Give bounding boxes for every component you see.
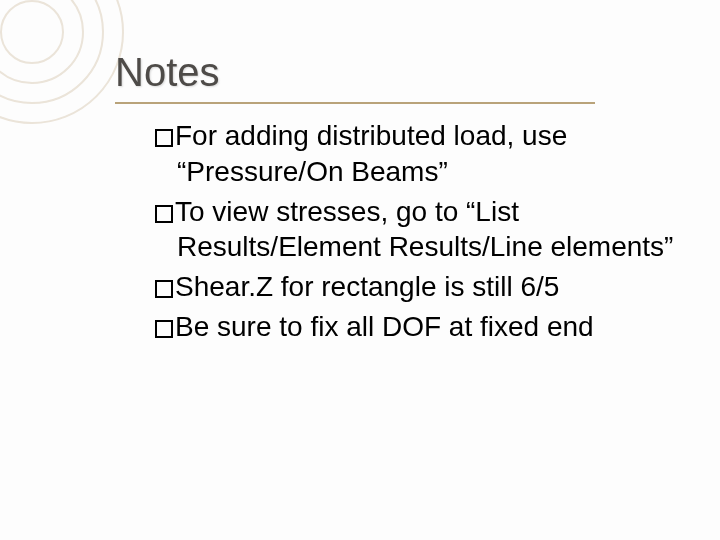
bullet-rest: view stresses, go to “List Results/Eleme… <box>177 196 673 263</box>
bullet-rest: adding distributed load, use “Pressure/O… <box>177 120 567 187</box>
body-text: For adding distributed load, use “Pressu… <box>155 118 685 349</box>
title-underline <box>115 102 595 104</box>
bullet-box-icon <box>155 320 173 338</box>
bullet-box-icon <box>155 205 173 223</box>
slide-title: Notes <box>115 50 220 95</box>
bullet-item: Be sure to fix all DOF at fixed end <box>155 309 685 345</box>
bullet-lead: Be <box>175 311 209 342</box>
bullet-lead: To <box>175 196 205 227</box>
bullet-item: Shear.Z for rectangle is still 6/5 <box>155 269 685 305</box>
bullet-box-icon <box>155 280 173 298</box>
bullet-item: For adding distributed load, use “Pressu… <box>155 118 685 190</box>
bullet-rest: sure to fix all DOF at fixed end <box>209 311 593 342</box>
bullet-lead: Shear.Z <box>175 271 273 302</box>
bullet-lead: For <box>175 120 217 151</box>
bullet-rest: for rectangle is still 6/5 <box>273 271 559 302</box>
bullet-box-icon <box>155 129 173 147</box>
bullet-item: To view stresses, go to “List Results/El… <box>155 194 685 266</box>
